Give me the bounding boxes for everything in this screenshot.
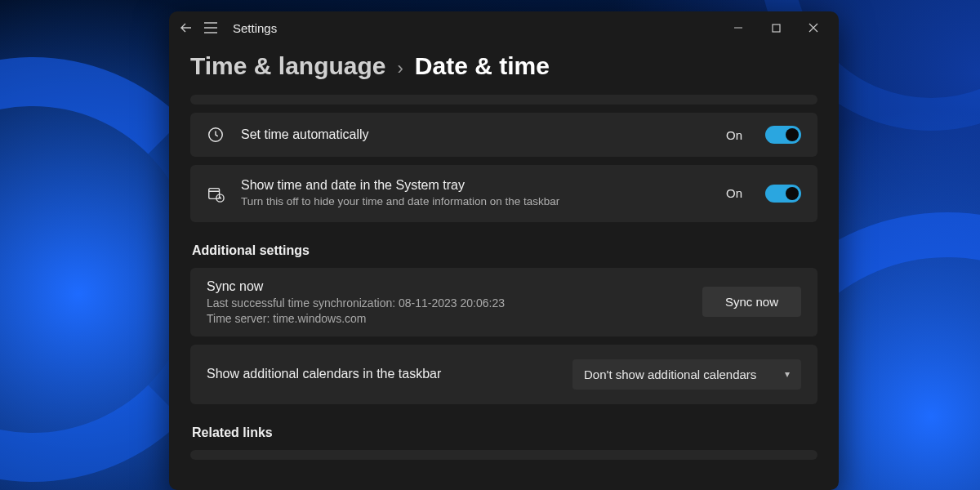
- sync-server: Time server: time.windows.com: [207, 312, 686, 325]
- collapsed-card[interactable]: [190, 95, 817, 105]
- setting-row-auto-time[interactable]: Set time automatically On: [190, 113, 817, 157]
- chevron-down-icon: ▾: [785, 368, 790, 380]
- setting-title: Set time automatically: [241, 127, 710, 142]
- setting-row-additional-calendars: Show additional calendars in the taskbar…: [190, 345, 817, 404]
- maximize-button[interactable]: [757, 15, 795, 41]
- clock-icon: [207, 126, 225, 144]
- svg-rect-0: [773, 24, 780, 32]
- dropdown-selected: Don't show additional calendars: [584, 368, 756, 381]
- menu-button[interactable]: [198, 16, 223, 40]
- breadcrumb-current: Date & time: [415, 52, 550, 80]
- setting-title: Show time and date in the System tray: [241, 178, 710, 193]
- titlebar: Settings: [169, 11, 839, 44]
- toggle-systray-clock[interactable]: [765, 185, 801, 203]
- section-header-additional: Additional settings: [192, 243, 817, 258]
- breadcrumb-parent[interactable]: Time & language: [190, 52, 386, 80]
- settings-window: Settings Time & language › Date & time S…: [169, 11, 839, 490]
- breadcrumb: Time & language › Date & time: [169, 44, 839, 95]
- setting-row-systray-clock[interactable]: Show time and date in the System tray Tu…: [190, 165, 817, 222]
- svg-rect-2: [209, 188, 220, 198]
- sync-last-time: Last successful time synchronization: 08…: [207, 296, 686, 310]
- chevron-right-icon: ›: [398, 58, 403, 79]
- close-button[interactable]: [795, 15, 832, 41]
- section-header-related: Related links: [192, 425, 817, 440]
- app-title: Settings: [233, 21, 277, 35]
- minimize-button[interactable]: [719, 15, 757, 41]
- toggle-auto-time[interactable]: [765, 126, 801, 144]
- sync-title: Sync now: [207, 279, 686, 294]
- setting-row-sync-now: Sync now Last successful time synchroniz…: [190, 268, 817, 336]
- setting-subtitle: Turn this off to hide your time and date…: [241, 194, 710, 209]
- collapsed-card[interactable]: [190, 450, 817, 460]
- settings-scroll-area[interactable]: Set time automatically On Show time and …: [169, 95, 839, 487]
- setting-title: Show additional calendars in the taskbar: [207, 367, 556, 381]
- calendars-dropdown[interactable]: Don't show additional calendars ▾: [572, 359, 801, 390]
- toggle-state-label: On: [726, 186, 742, 200]
- calendar-clock-icon: [207, 185, 225, 203]
- back-button[interactable]: [174, 16, 198, 40]
- toggle-state-label: On: [726, 128, 742, 142]
- sync-now-button[interactable]: Sync now: [702, 287, 801, 317]
